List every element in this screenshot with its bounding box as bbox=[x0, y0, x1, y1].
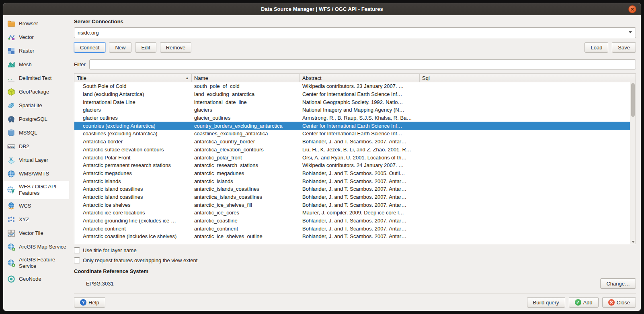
cell-title: Antarctic Polar Front bbox=[74, 155, 192, 161]
layers-table-header: Title ▲ Name Abstract Sql bbox=[74, 74, 636, 82]
table-row[interactable]: glacier outlinesglacier_outlinesArmstron… bbox=[74, 114, 630, 122]
sidebar-item-geonode[interactable]: GeoNode bbox=[3, 272, 69, 286]
table-row[interactable]: Antarctic island coastlinesantarctica_is… bbox=[74, 193, 630, 201]
table-row[interactable]: South Pole of Coldsouth_pole_of_coldWiki… bbox=[74, 82, 630, 90]
window-close-icon[interactable]: ✕ bbox=[628, 5, 636, 13]
table-row[interactable]: coastlines (excluding Antarctica)coastli… bbox=[74, 130, 630, 138]
table-row[interactable]: Antarctica borderantarctica_country_bord… bbox=[74, 138, 630, 146]
table-row[interactable]: Antarctic ice shelvesantarctic_ice_shelv… bbox=[74, 201, 630, 209]
table-row[interactable]: countries (excluding Antarctica)country_… bbox=[74, 122, 630, 130]
sidebar-item-delimited-text[interactable]: ,,Delimited Text bbox=[3, 71, 69, 85]
option-label: Only request features overlapping the vi… bbox=[83, 257, 197, 263]
cell-name: antarctic_megadunes bbox=[192, 170, 300, 176]
column-header-title[interactable]: Title ▲ bbox=[74, 74, 192, 82]
sidebar-item-vector-tile[interactable]: Vector Tile bbox=[3, 226, 69, 240]
cell-name: glaciers bbox=[192, 107, 300, 113]
cell-abstract: Bohlander, J. and T. Scambos. 2007. Anta… bbox=[300, 139, 420, 145]
table-row[interactable]: Antarctic megadunesantarctic_megadunesBo… bbox=[74, 169, 630, 177]
sidebar-item-postgresql[interactable]: PostgreSQL bbox=[3, 112, 69, 126]
sidebar-item-geopackage[interactable]: GeoPackage bbox=[3, 85, 69, 99]
layers-table[interactable]: Title ▲ Name Abstract Sql South Pole of … bbox=[74, 73, 636, 244]
load-button[interactable]: Load bbox=[585, 42, 608, 53]
table-row[interactable]: Antarctic ice core locationsantarctic_ic… bbox=[74, 209, 630, 217]
help-button[interactable]: ? Help bbox=[74, 297, 105, 308]
cell-name: antarctic_polar_front bbox=[192, 155, 300, 161]
source-type-sidebar: BrowserVectorRasterMesh,,Delimited TextG… bbox=[3, 15, 69, 311]
crs-change-button[interactable]: Change… bbox=[600, 278, 636, 289]
edit-button[interactable]: Edit bbox=[135, 42, 156, 53]
sidebar-item-wms-wmts[interactable]: WMS/WMTS bbox=[3, 167, 69, 181]
sidebar-item-arcgis-map-service[interactable]: ArcGIS Map Service bbox=[3, 240, 69, 254]
scrollbar-thumb[interactable] bbox=[631, 83, 635, 117]
remove-button[interactable]: Remove bbox=[160, 42, 191, 53]
table-row[interactable]: Antarctic suface elevation contoursantar… bbox=[74, 146, 630, 154]
sidebar-item-label: DB2 bbox=[19, 143, 29, 150]
sidebar-item-mesh[interactable]: Mesh bbox=[3, 58, 69, 71]
crs-value: EPSG:3031 bbox=[86, 281, 114, 287]
filter-input[interactable] bbox=[89, 59, 636, 69]
sidebar-item-virtual-layer[interactable]: VVirtual Layer bbox=[3, 153, 69, 167]
sidebar-item-label: ArcGIS Map Service bbox=[19, 244, 66, 250]
sidebar-item-raster[interactable]: Raster bbox=[3, 44, 69, 58]
sidebar-item-label: XYZ bbox=[19, 216, 29, 223]
sidebar-item-xyz[interactable]: XYZ bbox=[3, 213, 69, 226]
table-row[interactable]: Antarctic islandsantarctic_islandsBohlan… bbox=[74, 177, 630, 185]
sidebar-item-label: GeoPackage bbox=[19, 89, 49, 95]
table-row[interactable]: Antarctic Polar Frontantarctic_polar_fro… bbox=[74, 153, 630, 161]
data-source-manager-window: Data Source Manager | WFS / OGC API - Fe… bbox=[3, 3, 641, 311]
new-button[interactable]: New bbox=[109, 42, 131, 53]
table-row[interactable]: Antarctic permanent research stationsant… bbox=[74, 161, 630, 169]
connection-select[interactable]: nsidc.org bbox=[74, 27, 636, 38]
table-row[interactable]: land (excluding Antarctica)land_excludin… bbox=[74, 90, 630, 98]
add-button[interactable]: ✓ Add bbox=[569, 297, 599, 308]
wfs-panel: Server Connections nsidc.org Connect New… bbox=[69, 15, 641, 311]
sidebar-item-label: ArcGIS Feature Service bbox=[19, 257, 68, 269]
table-row[interactable]: Antarctic coastline (includes ice shelve… bbox=[74, 232, 630, 241]
table-row[interactable]: Antarctic grounding line (excludes ice …… bbox=[74, 217, 630, 225]
checkbox-icon[interactable] bbox=[74, 247, 80, 253]
cell-name: antarctic_ice_shelves_outline bbox=[192, 233, 300, 239]
sidebar-item-arcgis-feature-service[interactable]: ArcGIS Feature Service bbox=[3, 254, 69, 272]
titlebar[interactable]: Data Source Manager | WFS / OGC API - Fe… bbox=[3, 3, 641, 15]
column-header-sql[interactable]: Sql bbox=[420, 74, 630, 82]
table-scrollbar[interactable] bbox=[630, 82, 636, 244]
sidebar-item-vector[interactable]: Vector bbox=[3, 31, 69, 44]
sidebar-item-wcs[interactable]: WCS bbox=[3, 199, 69, 213]
connect-button[interactable]: Connect bbox=[74, 42, 105, 53]
table-row[interactable]: glaciersglaciersNational Imagery and Map… bbox=[74, 106, 630, 114]
column-header-abstract[interactable]: Abstract bbox=[300, 74, 420, 82]
sidebar-item-label: WFS / OGC API - Features bbox=[19, 184, 68, 196]
arcgis-map-icon bbox=[7, 243, 15, 251]
cell-name: antarctic_islands_coastlines bbox=[192, 186, 300, 192]
cell-abstract: Bohlander, J. and T. Scambos. 2007. Anta… bbox=[300, 226, 420, 232]
save-button[interactable]: Save bbox=[612, 42, 636, 53]
sidebar-item-spatialite[interactable]: SpatiaLite bbox=[3, 99, 69, 112]
column-header-name[interactable]: Name bbox=[192, 74, 300, 82]
scrollbar-down-icon[interactable] bbox=[632, 241, 635, 243]
table-row[interactable]: International Date Lineinternational_dat… bbox=[74, 98, 630, 106]
build-query-button[interactable]: Build query bbox=[527, 297, 565, 308]
cell-title: countries (excluding Antarctica) bbox=[74, 123, 192, 129]
sidebar-item-mssql[interactable]: MSSQL bbox=[3, 126, 69, 140]
sidebar-item-label: WCS bbox=[19, 203, 31, 209]
option-0[interactable]: Use title for layer name bbox=[74, 247, 636, 253]
connection-selected-value: nsidc.org bbox=[78, 30, 99, 36]
sidebar-item-wfs-ogc-api-features[interactable]: WFS / OGC API - Features bbox=[3, 181, 69, 199]
arcgis-feature-icon bbox=[7, 259, 15, 267]
checkbox-icon[interactable] bbox=[74, 257, 80, 263]
sidebar-item-label: GeoNode bbox=[19, 276, 41, 282]
cell-abstract: Bohlander, J. and T. Scambos. 2007. Anta… bbox=[300, 202, 420, 208]
sidebar-item-db2[interactable]: DB2DB2 bbox=[3, 140, 69, 153]
option-1[interactable]: Only request features overlapping the vi… bbox=[74, 257, 636, 263]
cell-title: Antarctic megadunes bbox=[74, 170, 192, 176]
cell-title: Antarctic suface elevation contours bbox=[74, 147, 192, 153]
close-button[interactable]: ✕ Close bbox=[602, 297, 636, 308]
sidebar-item-label: Mesh bbox=[19, 61, 32, 68]
cell-abstract: Wikipedia contributors. 24 January 2007.… bbox=[300, 162, 420, 168]
cell-name: antarctic_ice_cores bbox=[192, 210, 300, 216]
table-row[interactable]: Antarctic continentantarctic_continentBo… bbox=[74, 224, 630, 232]
sidebar-item-browser[interactable]: Browser bbox=[3, 17, 69, 31]
db2-icon: DB2 bbox=[7, 143, 15, 151]
cell-title: land (excluding Antarctica) bbox=[74, 91, 192, 97]
table-row[interactable]: Antarctic island coastlinesantarctic_isl… bbox=[74, 185, 630, 193]
